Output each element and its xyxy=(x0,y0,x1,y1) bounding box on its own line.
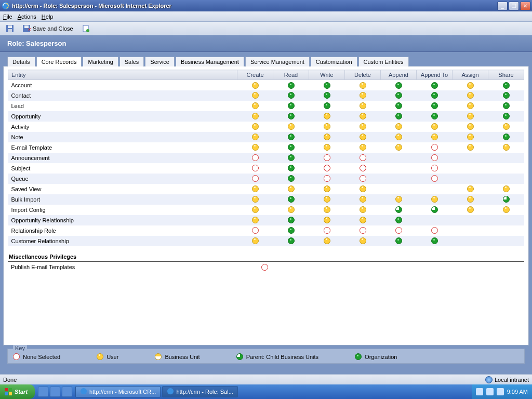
privilege-cell[interactable] xyxy=(309,236,345,246)
privilege-cell[interactable] xyxy=(273,236,309,246)
privilege-cell[interactable] xyxy=(488,122,524,132)
close-button[interactable]: ✕ xyxy=(520,2,530,10)
ql-item[interactable] xyxy=(38,387,48,397)
privilege-cell[interactable] xyxy=(417,101,453,111)
privilege-cell[interactable] xyxy=(453,80,488,90)
privilege-cell[interactable] xyxy=(417,153,453,163)
taskbar-button[interactable]: http://crm - Role: Sal... xyxy=(162,386,237,397)
privilege-cell[interactable] xyxy=(309,142,345,153)
privilege-cell[interactable] xyxy=(309,80,345,90)
privilege-cell[interactable] xyxy=(453,90,488,101)
privilege-cell[interactable] xyxy=(237,194,273,205)
privilege-cell[interactable] xyxy=(309,174,345,184)
privilege-cell[interactable] xyxy=(345,142,381,153)
privilege-cell[interactable] xyxy=(381,184,417,194)
privilege-cell[interactable] xyxy=(381,153,417,163)
tab-business-management[interactable]: Business Management xyxy=(176,57,244,66)
privilege-cell[interactable] xyxy=(345,225,381,236)
privilege-cell[interactable] xyxy=(488,101,524,111)
privilege-cell[interactable] xyxy=(417,80,453,90)
privilege-cell[interactable] xyxy=(381,163,417,174)
toolbar-extra-button[interactable] xyxy=(79,23,92,34)
privilege-cell[interactable] xyxy=(417,205,453,215)
tab-core-records[interactable]: Core Records xyxy=(36,57,82,66)
privilege-cell[interactable] xyxy=(381,142,417,153)
privilege-cell[interactable] xyxy=(381,132,417,142)
privilege-cell[interactable] xyxy=(417,142,453,153)
privilege-cell[interactable] xyxy=(273,184,309,194)
privilege-cell[interactable] xyxy=(488,142,524,153)
privilege-cell[interactable] xyxy=(273,174,309,184)
privilege-cell[interactable] xyxy=(453,205,488,215)
tab-custom-entities[interactable]: Custom Entities xyxy=(358,57,409,66)
privilege-cell[interactable] xyxy=(453,142,488,153)
privilege-cell[interactable] xyxy=(417,174,453,184)
privilege-cell[interactable] xyxy=(273,163,309,174)
privilege-cell[interactable] xyxy=(273,122,309,132)
privilege-cell[interactable] xyxy=(237,142,273,153)
privilege-cell[interactable] xyxy=(345,163,381,174)
privilege-cell[interactable] xyxy=(309,205,345,215)
privilege-cell[interactable] xyxy=(381,225,417,236)
privilege-cell[interactable] xyxy=(453,101,488,111)
privilege-cell[interactable] xyxy=(453,153,488,163)
privilege-cell[interactable] xyxy=(488,225,524,236)
privilege-cell[interactable] xyxy=(237,184,273,194)
privilege-cell[interactable] xyxy=(247,264,283,271)
privilege-cell[interactable] xyxy=(381,90,417,101)
privilege-cell[interactable] xyxy=(417,122,453,132)
privilege-cell[interactable] xyxy=(237,174,273,184)
privilege-cell[interactable] xyxy=(453,132,488,142)
privilege-cell[interactable] xyxy=(381,174,417,184)
privilege-cell[interactable] xyxy=(453,236,488,246)
privilege-cell[interactable] xyxy=(309,215,345,225)
tab-service[interactable]: Service xyxy=(145,57,175,66)
privilege-cell[interactable] xyxy=(345,80,381,90)
privilege-cell[interactable] xyxy=(381,122,417,132)
save-and-close-button[interactable]: x Save and Close xyxy=(20,23,76,34)
privilege-cell[interactable] xyxy=(345,184,381,194)
privilege-cell[interactable] xyxy=(237,205,273,215)
privilege-cell[interactable] xyxy=(381,236,417,246)
privilege-cell[interactable] xyxy=(309,132,345,142)
privilege-cell[interactable] xyxy=(309,184,345,194)
privilege-cell[interactable] xyxy=(345,132,381,142)
privilege-cell[interactable] xyxy=(453,194,488,205)
privilege-cell[interactable] xyxy=(273,194,309,205)
save-button[interactable] xyxy=(3,23,17,34)
privilege-cell[interactable] xyxy=(488,184,524,194)
privilege-cell[interactable] xyxy=(237,80,273,90)
privilege-cell[interactable] xyxy=(417,236,453,246)
privilege-cell[interactable] xyxy=(345,101,381,111)
privilege-cell[interactable] xyxy=(273,111,309,122)
privilege-cell[interactable] xyxy=(237,153,273,163)
privilege-cell[interactable] xyxy=(237,215,273,225)
privilege-cell[interactable] xyxy=(488,215,524,225)
tab-service-management[interactable]: Service Management xyxy=(245,57,310,66)
privilege-cell[interactable] xyxy=(488,80,524,90)
privilege-cell[interactable] xyxy=(381,111,417,122)
privilege-cell[interactable] xyxy=(488,163,524,174)
privilege-cell[interactable] xyxy=(345,174,381,184)
privilege-cell[interactable] xyxy=(488,111,524,122)
privilege-cell[interactable] xyxy=(488,194,524,205)
tab-sales[interactable]: Sales xyxy=(119,57,144,66)
privilege-cell[interactable] xyxy=(453,225,488,236)
privilege-cell[interactable] xyxy=(345,122,381,132)
privilege-cell[interactable] xyxy=(453,174,488,184)
privilege-cell[interactable] xyxy=(309,153,345,163)
privilege-cell[interactable] xyxy=(488,205,524,215)
privilege-cell[interactable] xyxy=(488,174,524,184)
restore-button[interactable]: ❐ xyxy=(509,2,519,10)
privilege-cell[interactable] xyxy=(453,215,488,225)
privilege-cell[interactable] xyxy=(237,225,273,236)
privilege-cell[interactable] xyxy=(309,111,345,122)
privilege-cell[interactable] xyxy=(273,90,309,101)
privilege-cell[interactable] xyxy=(417,111,453,122)
privilege-cell[interactable] xyxy=(345,205,381,215)
privilege-cell[interactable] xyxy=(417,132,453,142)
privilege-cell[interactable] xyxy=(381,215,417,225)
menu-actions[interactable]: Actions xyxy=(18,14,36,20)
privilege-cell[interactable] xyxy=(237,111,273,122)
tray-icon[interactable] xyxy=(486,388,494,395)
